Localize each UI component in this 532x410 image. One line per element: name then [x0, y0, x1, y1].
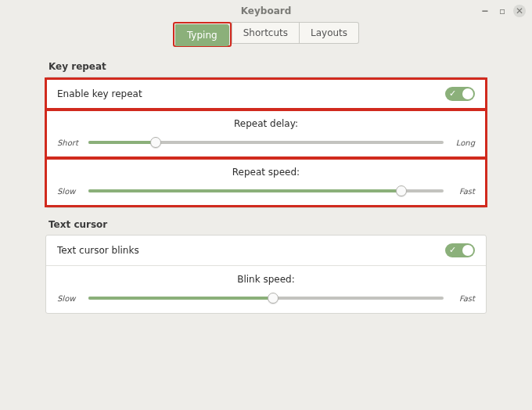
maximize-icon[interactable]: ▫	[496, 5, 509, 17]
tabs: Typing Shortcuts Layouts	[0, 22, 532, 47]
section-heading-text-cursor: Text cursor	[49, 219, 487, 230]
repeat-delay-max-label: Long	[450, 138, 475, 147]
row-repeat-speed: Repeat speed: Slow Fast	[46, 159, 486, 206]
switch-knob	[462, 245, 473, 256]
repeat-speed-title: Repeat speed:	[46, 167, 486, 178]
repeat-speed-min-label: Slow	[57, 187, 82, 196]
highlight-box-tab: Typing	[173, 22, 232, 47]
blink-speed-max-label: Fast	[450, 294, 475, 303]
enable-key-repeat-label: Enable key repeat	[57, 88, 142, 99]
minimize-icon[interactable]: ‒	[479, 5, 491, 17]
row-text-cursor-blinks: Text cursor blinks ✓	[46, 236, 486, 265]
text-cursor-blinks-switch[interactable]: ✓	[445, 243, 475, 257]
window-title: Keyboard	[241, 5, 292, 16]
content: Key repeat Enable key repeat ✓ Repeat de…	[0, 47, 532, 314]
tab-typing[interactable]: Typing	[175, 24, 229, 46]
repeat-delay-slider[interactable]	[88, 137, 444, 148]
close-icon[interactable]: ✕	[513, 5, 526, 17]
blink-speed-slider[interactable]	[88, 293, 444, 304]
blink-speed-title: Blink speed:	[46, 274, 486, 285]
section-heading-key-repeat: Key repeat	[49, 61, 487, 72]
blink-speed-min-label: Slow	[57, 294, 82, 303]
row-enable-key-repeat: Enable key repeat ✓	[46, 79, 486, 109]
repeat-delay-min-label: Short	[57, 138, 82, 147]
tab-shortcuts[interactable]: Shortcuts	[232, 22, 300, 44]
text-cursor-blinks-label: Text cursor blinks	[57, 245, 139, 256]
tab-layouts[interactable]: Layouts	[300, 22, 359, 44]
row-blink-speed: Blink speed: Slow Fast	[46, 265, 486, 313]
repeat-speed-max-label: Fast	[450, 187, 475, 196]
enable-key-repeat-switch[interactable]: ✓	[445, 87, 475, 101]
titlebar: Keyboard ‒ ▫ ✕	[0, 0, 532, 22]
check-icon: ✓	[449, 88, 456, 99]
panel-text-cursor: Text cursor blinks ✓ Blink speed: Slow F…	[45, 235, 487, 314]
repeat-speed-slider[interactable]	[88, 185, 444, 196]
switch-knob	[462, 88, 473, 99]
repeat-delay-title: Repeat delay:	[46, 118, 486, 129]
check-icon: ✓	[449, 245, 456, 256]
panel-key-repeat: Enable key repeat ✓ Repeat delay: Short …	[45, 77, 487, 208]
row-repeat-delay: Repeat delay: Short Long	[46, 110, 486, 157]
